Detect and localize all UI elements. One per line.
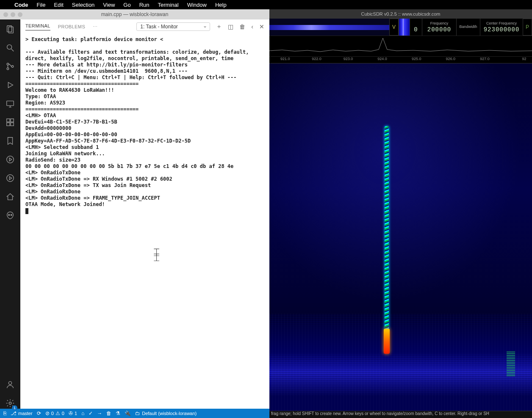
menubar-go[interactable]: Go [123, 2, 130, 8]
menubar-edit[interactable]: Edit [54, 2, 63, 8]
spectrum-thumb[interactable] [269, 19, 389, 36]
svg-rect-12 [11, 119, 14, 122]
terminal-cursor-icon [25, 208, 28, 214]
svg-rect-14 [11, 123, 14, 126]
menubar-view[interactable]: View [103, 2, 115, 8]
pio-run-icon[interactable] [5, 173, 16, 184]
svg-point-6 [11, 66, 14, 68]
accounts-icon[interactable] [5, 379, 16, 390]
status-port-icon[interactable]: ✇1 [69, 410, 77, 416]
svg-rect-13 [7, 123, 10, 126]
menubar-selection[interactable]: Selection [72, 2, 94, 8]
menubar-run[interactable]: Run [139, 2, 150, 8]
status-env-label: Default (wisblock-lorawan) [142, 411, 197, 416]
bandwidth-field[interactable]: Bandwidth [456, 19, 480, 36]
status-sync-icon[interactable]: ⟳ [37, 410, 41, 416]
terminal-panel: TERMINAL PROBLEMS ⋯ 1: Task - Monitor ＋ … [20, 19, 269, 409]
svg-point-4 [7, 63, 9, 65]
source-control-icon[interactable] [5, 61, 16, 72]
svg-line-3 [11, 49, 14, 52]
settings-badge: 1 [12, 405, 17, 410]
split-terminal-icon[interactable]: ◫ [228, 23, 233, 30]
waterfall-display[interactable] [269, 63, 532, 411]
frequency-ruler[interactable]: 921.0 922.0 923.0 924.0 925.0 926.0 927.… [269, 57, 532, 63]
cubicsdr-title: CubicSDR v0.2.5 :: www.cubicsdr.com [361, 11, 440, 16]
status-errors[interactable]: ⊘0 ⚠0 [45, 410, 64, 416]
kill-terminal-icon[interactable]: 🗑 [239, 23, 245, 30]
p-mode-indicator[interactable]: P [523, 19, 532, 36]
cubicsdr-titlebar[interactable]: CubicSDR v0.2.5 :: www.cubicsdr.com [269, 9, 532, 19]
cubicsdr-header: V 0 Frequency 200000 Bandwidth Center Fr… [269, 19, 532, 36]
text-cursor-icon: ⌶⌶ [154, 250, 159, 260]
bookmark-icon[interactable] [5, 135, 16, 146]
svg-point-19 [8, 214, 10, 216]
terminal-text: > Executing task: platformio device moni… [25, 36, 252, 207]
zero-indicator: 0 [410, 19, 422, 36]
minimize-icon[interactable] [11, 12, 15, 17]
vscode-body: 1 TERMINAL PROBLEMS ⋯ 1: Task - Monitor … [0, 19, 269, 409]
svg-rect-8 [7, 101, 14, 106]
scope-fft[interactable] [269, 36, 532, 57]
spectrum-mini[interactable] [399, 19, 410, 36]
vscode-statusbar: ⎘ ⎇master ⟳ ⊘0 ⚠0 ✇1 ⌂ ✓ → 🗑 ⚗ 🔌 🗀Defaul… [0, 409, 269, 418]
status-plug-icon[interactable]: 🔌 [125, 410, 131, 416]
activity-bar: 1 [0, 19, 20, 409]
svg-marker-18 [9, 176, 12, 179]
cubicsdr-status: frag range; hold SHIFT to create new. Ar… [269, 411, 532, 418]
test-icon[interactable] [5, 154, 16, 165]
signal-trace [385, 126, 389, 376]
settings-icon[interactable]: 1 [5, 398, 16, 409]
new-terminal-icon[interactable]: ＋ [216, 23, 222, 30]
tab-problems[interactable]: PROBLEMS [58, 24, 85, 29]
status-remote-icon[interactable]: ⎘ [3, 410, 6, 416]
svg-marker-16 [9, 158, 12, 161]
svg-point-15 [7, 156, 14, 163]
macos-menubar[interactable]: Code File Edit Selection View Go Run Ter… [0, 0, 532, 9]
menubar-window[interactable]: Window [187, 2, 207, 8]
search-icon[interactable] [5, 42, 16, 53]
menubar-app-name[interactable]: Code [14, 2, 28, 8]
frequency-field[interactable]: Frequency 200000 [422, 19, 456, 36]
close-panel-icon[interactable]: ✕ [259, 23, 264, 30]
status-home-icon[interactable]: ⌂ [81, 410, 84, 416]
svg-rect-11 [7, 119, 10, 122]
status-folder-icon[interactable]: 🗀Default (wisblock-lorawan) [135, 410, 197, 416]
extensions-icon[interactable] [5, 117, 16, 128]
menubar-terminal[interactable]: Terminal [158, 2, 179, 8]
status-trash-icon[interactable]: 🗑 [106, 410, 111, 416]
status-branch-label: master [18, 411, 33, 416]
side-spurs [507, 351, 515, 376]
terminal-task-select[interactable]: 1: Task - Monitor [136, 22, 210, 31]
vscode-titlebar[interactable]: main.cpp — wisblock-lorawan [0, 9, 269, 19]
pio-alien-icon[interactable] [5, 210, 16, 221]
tab-terminal[interactable]: TERMINAL [25, 23, 50, 30]
status-arrow-icon[interactable]: → [97, 410, 102, 416]
close-icon[interactable] [3, 12, 8, 17]
vscode-title: main.cpp — wisblock-lorawan [101, 11, 169, 17]
v-mode-indicator[interactable]: V [389, 19, 399, 36]
menubar-file[interactable]: File [37, 2, 46, 8]
zoom-icon[interactable] [18, 12, 22, 17]
svg-point-20 [11, 214, 12, 216]
pio-home-icon[interactable] [5, 191, 16, 202]
status-beaker-icon[interactable]: ⚗ [116, 410, 120, 416]
explorer-icon[interactable] [5, 24, 16, 35]
traffic-lights[interactable] [3, 12, 22, 17]
remote-icon[interactable] [5, 98, 16, 109]
status-check-icon[interactable]: ✓ [89, 410, 93, 416]
svg-point-17 [7, 175, 14, 182]
cubicsdr-window: CubicSDR v0.2.5 :: www.cubicsdr.com V 0 … [269, 9, 532, 418]
terminal-output-area[interactable]: > Executing task: platformio device moni… [20, 34, 269, 409]
svg-point-5 [7, 68, 9, 70]
tab-overflow-icon[interactable]: ⋯ [93, 24, 97, 30]
status-branch[interactable]: ⎇master [11, 410, 33, 416]
svg-point-22 [9, 402, 11, 404]
center-frequency-field[interactable]: Center Frequency 923000000 [480, 19, 523, 36]
panel-tabs: TERMINAL PROBLEMS ⋯ 1: Task - Monitor ＋ … [20, 19, 269, 34]
chevron-left-icon[interactable]: ‹ [251, 23, 253, 30]
svg-point-21 [8, 382, 11, 385]
run-debug-icon[interactable] [5, 80, 16, 91]
svg-marker-7 [8, 82, 13, 88]
svg-point-2 [7, 45, 12, 50]
menubar-help[interactable]: Help [215, 2, 227, 8]
